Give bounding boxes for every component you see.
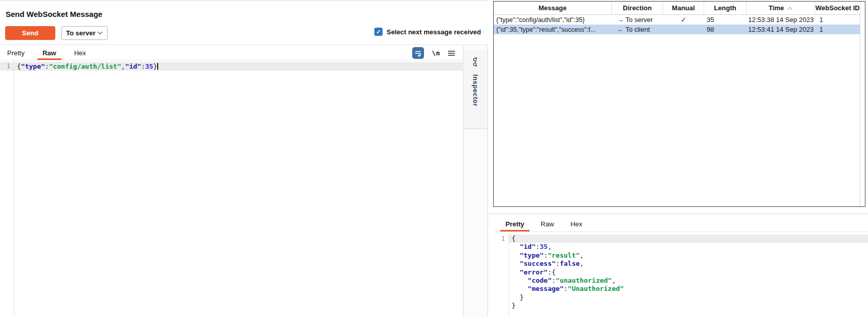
chevron-down-icon bbox=[97, 31, 103, 35]
editor-line: 1{ bbox=[493, 235, 868, 243]
code-token: : bbox=[552, 277, 556, 284]
line-number: 1 bbox=[493, 235, 509, 243]
text-cursor bbox=[157, 63, 158, 70]
line-number bbox=[493, 260, 509, 268]
code-token: 35 bbox=[540, 243, 548, 250]
code-token: "id" bbox=[125, 62, 141, 70]
tab-pretty[interactable]: Pretty bbox=[2, 46, 30, 60]
code-token: "result" bbox=[547, 251, 580, 259]
select-next-message-option[interactable]: ✓ Select next message received bbox=[374, 28, 481, 36]
direction-select[interactable]: To server bbox=[61, 26, 108, 40]
editor-line: 1{"type":"config/auth/list","id":35} bbox=[0, 62, 462, 71]
code-token: } bbox=[512, 293, 523, 301]
column-label: Length bbox=[714, 4, 736, 12]
table-header: MessageDirectionManualLengthTimeWebSocke… bbox=[494, 2, 860, 15]
inspector-glasses-icon bbox=[471, 57, 481, 67]
column-label: Direction bbox=[623, 4, 651, 12]
newline-icon[interactable]: \n bbox=[432, 49, 440, 57]
line-number bbox=[493, 251, 509, 260]
tab-hex[interactable]: Hex bbox=[69, 46, 91, 60]
column-header-manual[interactable]: Manual bbox=[663, 2, 704, 14]
column-label: WebSocket ID bbox=[815, 4, 859, 12]
response-tabs: Pretty Raw Hex bbox=[493, 216, 868, 232]
code-token: { bbox=[17, 62, 21, 70]
line-number bbox=[493, 243, 509, 251]
code-token: "unauthorized" bbox=[556, 277, 612, 284]
direction-select-value: To server bbox=[66, 29, 96, 37]
code-token: "type" bbox=[21, 62, 45, 70]
sort-ascending-icon bbox=[787, 4, 793, 12]
code-token bbox=[512, 285, 527, 292]
cell-manual: ✓ bbox=[663, 16, 704, 24]
line-content: "error":{ bbox=[509, 268, 868, 277]
code-token: } bbox=[512, 302, 516, 309]
word-wrap-icon[interactable] bbox=[412, 47, 424, 59]
code-token: "success" bbox=[520, 260, 556, 267]
code-token: false bbox=[560, 260, 580, 267]
message-history-panel: MessageDirectionManualLengthTimeWebSocke… bbox=[489, 0, 868, 317]
line-content: "message":"Unauthorized" bbox=[509, 285, 868, 293]
cell-time: 12:53:38 14 Sep 2023 bbox=[747, 16, 815, 24]
line-number: 1 bbox=[0, 62, 14, 71]
line-number bbox=[493, 285, 509, 293]
code-token bbox=[512, 260, 520, 267]
cell-websocket_id: 1 bbox=[815, 26, 860, 33]
panel-divider bbox=[489, 214, 868, 214]
column-label: Message bbox=[539, 4, 567, 12]
cell-time: 12:53:41 14 Sep 2023 bbox=[747, 26, 815, 33]
cell-message: {"type":"config/auth/list","id":35} bbox=[494, 16, 612, 24]
line-number bbox=[493, 268, 509, 277]
vertical-scrollbar[interactable] bbox=[860, 2, 865, 206]
inspector-tab[interactable]: Inspector bbox=[463, 51, 488, 129]
editor-line: "id":35, bbox=[493, 243, 868, 251]
editor-line: "success":false, bbox=[493, 260, 868, 268]
column-header-websocket-id[interactable]: WebSocket ID bbox=[815, 2, 860, 14]
code-token: "type" bbox=[520, 251, 544, 259]
code-token: : bbox=[536, 243, 540, 250]
checkbox-checked-icon[interactable]: ✓ bbox=[374, 28, 383, 36]
code-token: "id" bbox=[520, 243, 536, 250]
table-row[interactable]: {"type":"config/auth/list","id":35}→ To … bbox=[494, 15, 860, 25]
code-token: } bbox=[153, 62, 157, 70]
response-viewer[interactable]: 1{ "id":35, "type":"result", "success":f… bbox=[493, 233, 868, 317]
code-token: , bbox=[547, 243, 552, 250]
table-row[interactable]: {"id":35,"type":"result","success":f...←… bbox=[494, 25, 860, 34]
code-token: , bbox=[612, 277, 616, 284]
line-number bbox=[493, 302, 509, 310]
code-token: { bbox=[512, 235, 516, 242]
line-content: } bbox=[509, 293, 868, 302]
tab-raw[interactable]: Raw bbox=[536, 216, 559, 231]
line-content: "id":35, bbox=[509, 243, 868, 251]
send-button[interactable]: Send bbox=[5, 26, 55, 40]
request-editor[interactable]: 1{"type":"config/auth/list","id":35} bbox=[0, 61, 462, 317]
editor-toolbar: \n bbox=[412, 47, 455, 59]
code-token bbox=[512, 277, 527, 284]
editor-line: "type":"result", bbox=[493, 251, 868, 260]
code-token: "code" bbox=[527, 277, 552, 284]
cell-message: {"id":35,"type":"result","success":f... bbox=[494, 26, 612, 33]
code-token: : bbox=[556, 260, 560, 267]
column-header-time[interactable]: Time bbox=[747, 2, 815, 14]
tab-hex[interactable]: Hex bbox=[565, 216, 587, 231]
page-title: Send WebSocket Message bbox=[6, 10, 102, 18]
code-token: , bbox=[580, 251, 584, 259]
line-content: { bbox=[509, 235, 868, 243]
editor-line: "error":{ bbox=[493, 268, 868, 277]
column-header-message[interactable]: Message bbox=[494, 2, 612, 14]
request-editor-tabs: Pretty Raw Hex \n bbox=[0, 46, 462, 60]
code-token: "error" bbox=[520, 268, 548, 276]
tab-pretty[interactable]: Pretty bbox=[500, 216, 530, 231]
burp-websocket-editor: Send WebSocket Message Send To server ✓ … bbox=[0, 0, 868, 317]
inspector-label: Inspector bbox=[472, 74, 479, 107]
select-next-message-label: Select next message received bbox=[387, 28, 481, 36]
cell-length: 98 bbox=[704, 26, 747, 33]
tab-raw[interactable]: Raw bbox=[37, 46, 61, 60]
editor-line: } bbox=[493, 302, 868, 310]
code-token: : bbox=[564, 285, 568, 292]
menu-icon[interactable] bbox=[448, 50, 455, 56]
line-number bbox=[493, 277, 509, 285]
column-header-length[interactable]: Length bbox=[704, 2, 747, 14]
column-header-direction[interactable]: Direction bbox=[612, 2, 663, 14]
code-token bbox=[512, 268, 520, 276]
send-message-header: Send WebSocket Message Send To server ✓ … bbox=[0, 0, 488, 45]
